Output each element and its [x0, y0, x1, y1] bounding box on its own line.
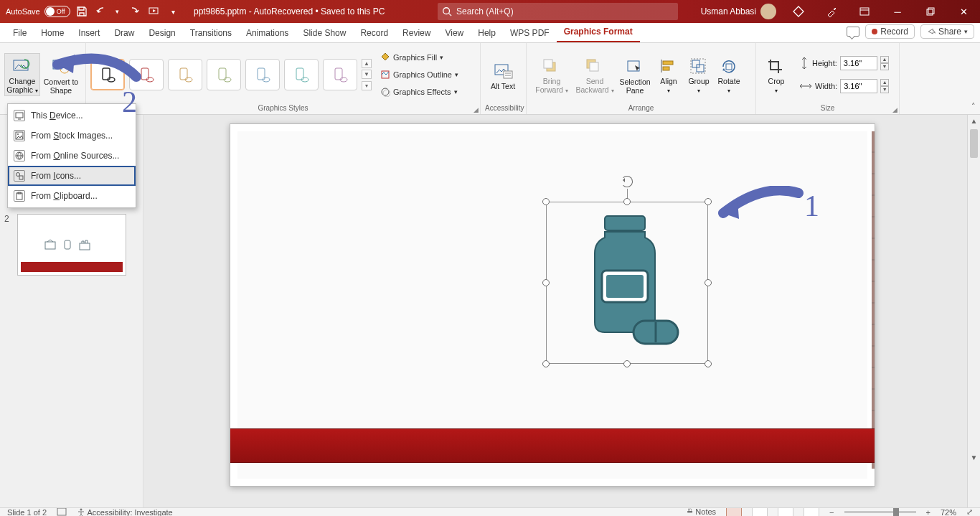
present-from-beginning-icon[interactable]	[145, 3, 162, 20]
crop-button[interactable]: Crop▾	[760, 54, 792, 95]
scroll-thumb[interactable]	[970, 129, 978, 158]
tab-review[interactable]: Review	[395, 24, 438, 42]
graphics-fill-button[interactable]: Graphics Fill▾	[380, 50, 458, 65]
styles-launcher[interactable]: ◢	[473, 106, 479, 113]
ribbon-display-icon[interactable]	[848, 0, 881, 23]
slide[interactable]: 1	[230, 123, 875, 487]
style-preset-5[interactable]	[245, 59, 280, 90]
zoom-in[interactable]: +	[926, 508, 930, 517]
tab-view[interactable]: View	[438, 24, 471, 42]
minimize-button[interactable]: ─	[881, 0, 914, 23]
selected-graphic[interactable]	[546, 202, 708, 364]
tab-home[interactable]: Home	[34, 24, 71, 42]
tab-slideshow[interactable]: Slide Show	[296, 24, 353, 42]
search-box[interactable]	[438, 3, 678, 20]
svg-rect-48	[19, 176, 23, 179]
autosave-toggle[interactable]: Off	[44, 6, 70, 17]
share-button[interactable]: Share ▾	[920, 24, 974, 39]
width-up[interactable]: ▲	[880, 79, 889, 86]
menu-from-clipboard[interactable]: From Clipboard...	[8, 186, 136, 206]
language-icon[interactable]	[57, 507, 67, 516]
bring-forward-button[interactable]: Bring Forward ▾	[531, 54, 573, 95]
style-preset-6[interactable]	[284, 59, 319, 90]
height-input[interactable]	[840, 56, 877, 70]
tab-file[interactable]: File	[6, 24, 34, 42]
resize-handle-sw[interactable]	[542, 360, 550, 367]
resize-handle-w[interactable]	[542, 279, 550, 286]
send-backward-button[interactable]: Send Backward ▾	[574, 54, 616, 95]
slide-canvas-area[interactable]: 1 ▲ ▼	[143, 115, 980, 507]
account-button[interactable]: Usman Abbasi	[695, 4, 782, 19]
tab-animations[interactable]: Animations	[239, 24, 296, 42]
resize-handle-ne[interactable]	[705, 198, 712, 205]
undo-dropdown[interactable]: ▾	[113, 3, 122, 20]
tab-record[interactable]: Record	[353, 24, 395, 42]
menu-this-device[interactable]: This Device...	[8, 105, 136, 126]
tab-draw[interactable]: Draw	[107, 24, 141, 42]
menu-online-sources[interactable]: From Online Sources...	[8, 146, 136, 166]
resize-handle-se[interactable]	[705, 360, 712, 367]
tab-graphics-format[interactable]: Graphics Format	[557, 22, 640, 42]
record-button[interactable]: Record	[865, 24, 915, 39]
group-label-arrange: Arrange	[531, 104, 751, 114]
designer-icon[interactable]	[815, 0, 848, 23]
resize-handle-e[interactable]	[705, 279, 712, 286]
resize-handle-n[interactable]	[623, 198, 631, 205]
styles-more[interactable]: ▲▼▾	[362, 59, 372, 90]
width-input[interactable]	[840, 79, 877, 93]
group-button[interactable]: Group▾	[684, 54, 713, 95]
change-graphic-button[interactable]: Change Graphic ▾	[4, 53, 40, 96]
menu-stock-images[interactable]: From Stock Images...	[8, 126, 136, 146]
slide-sorter-button[interactable]	[752, 507, 768, 516]
close-button[interactable]: ✕	[947, 0, 980, 23]
alt-text-button[interactable]: Alt Text	[485, 59, 521, 90]
comments-button[interactable]	[847, 27, 859, 37]
selection-pane-button[interactable]: Selection Pane	[617, 55, 653, 95]
style-preset-7[interactable]	[323, 59, 357, 90]
resize-handle-s[interactable]	[623, 360, 631, 367]
diamond-icon[interactable]	[782, 0, 815, 23]
graphics-effects-button[interactable]: Graphics Effects▾	[380, 84, 458, 100]
tab-wpspdf[interactable]: WPS PDF	[503, 24, 557, 42]
style-preset-4[interactable]	[207, 59, 241, 90]
slideshow-view-button[interactable]	[804, 507, 819, 516]
svg-rect-27	[504, 71, 512, 78]
notes-button[interactable]: ≞ Notes	[687, 507, 716, 516]
fit-to-window[interactable]: ⤢	[966, 507, 973, 516]
rotate-handle[interactable]	[621, 176, 633, 187]
save-icon[interactable]	[73, 3, 90, 20]
menu-from-icons[interactable]: From Icons...	[8, 166, 136, 186]
undo-button[interactable]	[93, 3, 110, 20]
zoom-out[interactable]: −	[829, 508, 834, 517]
resize-handle-nw[interactable]	[542, 198, 550, 205]
reading-view-button[interactable]	[778, 507, 793, 516]
thumbnail-slide-2[interactable]: 2	[4, 214, 138, 276]
normal-view-button[interactable]	[726, 507, 742, 516]
accessibility-status[interactable]: Accessibility: Investigate	[77, 508, 173, 517]
tab-insert[interactable]: Insert	[71, 24, 107, 42]
rotate-button[interactable]: Rotate▾	[715, 54, 743, 95]
tab-design[interactable]: Design	[141, 24, 182, 42]
maximize-button[interactable]	[914, 0, 947, 23]
tab-transitions[interactable]: Transitions	[183, 24, 239, 42]
qat-customize[interactable]: ▾	[165, 3, 182, 20]
width-down[interactable]: ▼	[880, 86, 889, 93]
zoom-slider[interactable]	[844, 511, 916, 513]
avatar	[760, 4, 776, 19]
zoom-level[interactable]: 72%	[941, 508, 956, 517]
graphics-outline-button[interactable]: Graphics Outline▾	[380, 67, 458, 83]
collapse-ribbon[interactable]: ˄	[971, 102, 976, 111]
size-launcher[interactable]: ◢	[892, 106, 897, 113]
height-control: Height: ▲▼	[799, 54, 889, 72]
height-down[interactable]: ▼	[880, 63, 889, 70]
style-preset-3[interactable]	[168, 59, 202, 90]
align-button[interactable]: Align▾	[654, 54, 683, 95]
redo-button[interactable]	[125, 3, 142, 20]
search-input[interactable]	[456, 6, 674, 17]
height-up[interactable]: ▲	[880, 56, 889, 63]
scroll-up[interactable]: ▲	[968, 115, 980, 128]
tab-help[interactable]: Help	[471, 24, 503, 42]
autosave-control[interactable]: AutoSave Off	[6, 6, 70, 17]
vertical-scrollbar[interactable]: ▲ ▼	[967, 115, 980, 507]
scroll-down[interactable]: ▼	[968, 451, 980, 464]
